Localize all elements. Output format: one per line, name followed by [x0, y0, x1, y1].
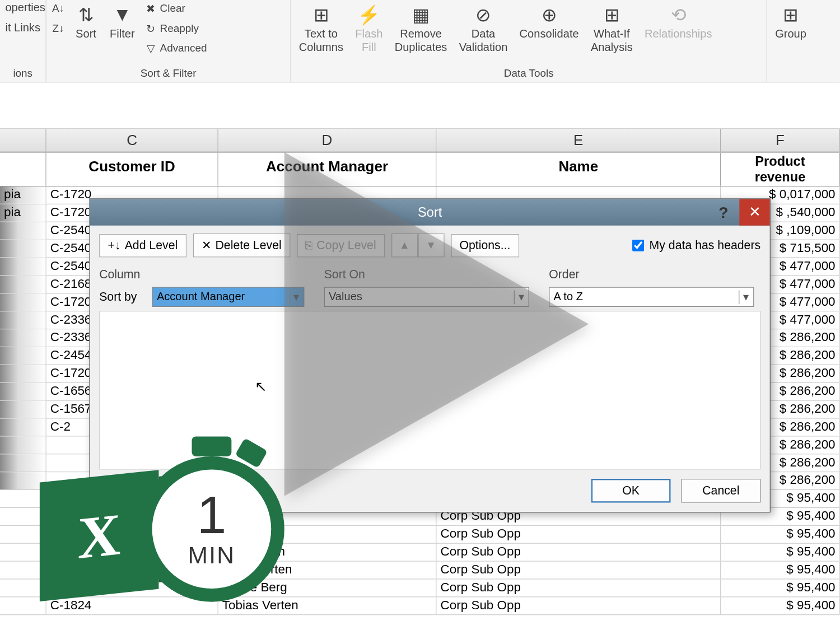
formula-bar[interactable] — [0, 83, 840, 129]
sort-on-select[interactable]: Values▾ — [324, 287, 529, 307]
clear-button[interactable]: ✖Clear — [144, 1, 207, 16]
copy-level-button[interactable]: ⎘Copy Level — [297, 234, 385, 256]
move-down-button[interactable]: ▼ — [418, 234, 444, 258]
dropdown-icon: ▾ — [289, 290, 300, 304]
clear-icon: ✖ — [144, 2, 157, 16]
properties-label: operties — [5, 1, 45, 15]
header-customer-id[interactable]: Customer ID — [46, 153, 218, 186]
flash-fill-button[interactable]: ⚡Flash Fill — [353, 1, 386, 55]
what-if-button[interactable]: ⊞What-If Analysis — [588, 1, 635, 55]
headers-checkbox[interactable] — [632, 240, 644, 251]
column-header-f[interactable]: F — [721, 129, 840, 151]
order-select[interactable]: A to Z▾ — [549, 287, 754, 307]
advanced-button[interactable]: ▽Advanced — [144, 41, 207, 55]
add-level-button[interactable]: +↓Add Level — [99, 234, 186, 256]
column-header-d[interactable]: D — [218, 129, 437, 151]
data-tools-group-label: Data Tools — [296, 66, 761, 81]
copy-icon: ⎘ — [305, 239, 312, 253]
data-validation-button[interactable]: ⊘Data Validation — [456, 1, 510, 55]
sort-by-field-select[interactable]: Account Manager▾ — [152, 287, 305, 307]
sort-button[interactable]: ⇅ Sort — [72, 1, 101, 42]
consolidate-icon: ⊕ — [537, 3, 561, 27]
dialog-title-bar[interactable]: Sort ? ✕ — [90, 199, 770, 225]
sort-az-button[interactable]: A↓ — [52, 1, 65, 16]
remove-duplicates-icon: ▦ — [409, 3, 433, 27]
text-to-columns-button[interactable]: ⊞Text to Columns — [296, 1, 346, 55]
ok-button[interactable]: OK — [591, 479, 671, 503]
close-button[interactable]: ✕ — [739, 199, 769, 225]
options-button[interactable]: Options... — [451, 234, 519, 256]
header-product-revenue[interactable]: Product revenue — [721, 153, 840, 186]
group-icon: ⊞ — [779, 3, 803, 27]
data-validation-icon: ⊘ — [472, 3, 496, 27]
help-button[interactable]: ? — [710, 199, 736, 225]
delete-icon: ✕ — [202, 238, 212, 253]
headers-checkbox-label[interactable]: My data has headers — [632, 239, 760, 253]
delete-level-button[interactable]: ✕Delete Level — [193, 234, 290, 258]
dialog-title: Sort — [418, 205, 442, 220]
group-button[interactable]: ⊞Group — [772, 1, 809, 42]
sort-az-icon: A↓ — [52, 2, 65, 16]
column-header-column: Column — [99, 265, 324, 284]
what-if-icon: ⊞ — [600, 3, 624, 27]
sort-za-button[interactable]: Z↓ — [52, 21, 65, 36]
column-header-sorton: Sort On — [324, 265, 549, 284]
consolidate-button[interactable]: ⊕Consolidate — [517, 1, 581, 42]
filter-icon: ▼ — [110, 3, 134, 27]
sort-filter-group-label: Sort & Filter — [52, 66, 285, 81]
sort-by-label: Sort by — [99, 290, 152, 304]
stopwatch-icon: 1 MIN — [132, 436, 304, 622]
column-header-e[interactable]: E — [436, 129, 721, 151]
connections-group-label: ions — [5, 66, 40, 81]
relationships-button[interactable]: ⟲Relationships — [642, 1, 715, 42]
reapply-icon: ↻ — [144, 22, 157, 35]
column-header-order: Order — [549, 265, 760, 284]
text-to-columns-icon: ⊞ — [309, 3, 333, 27]
move-up-button[interactable]: ▲ — [391, 234, 418, 258]
dropdown-icon: ▾ — [514, 290, 525, 304]
edit-links-label: it Links — [5, 21, 40, 35]
add-icon: +↓ — [108, 239, 121, 253]
close-icon: ✕ — [749, 204, 760, 221]
header-name[interactable]: Name — [436, 153, 721, 186]
sort-za-icon: Z↓ — [52, 22, 65, 35]
advanced-icon: ▽ — [144, 41, 157, 55]
column-header-c[interactable]: C — [46, 129, 218, 151]
down-icon: ▼ — [426, 240, 436, 251]
ribbon: operties it Links ions A↓ Z↓ ⇅ Sort ▼ Fi… — [0, 0, 840, 83]
reapply-button[interactable]: ↻Reapply — [144, 21, 207, 36]
sort-icon: ⇅ — [74, 3, 98, 27]
relationships-icon: ⟲ — [666, 3, 690, 27]
remove-duplicates-button[interactable]: ▦Remove Duplicates — [392, 1, 450, 55]
dropdown-icon: ▾ — [739, 290, 749, 304]
filter-button[interactable]: ▼ Filter — [107, 1, 137, 42]
flash-fill-icon: ⚡ — [357, 3, 381, 27]
up-icon: ▲ — [399, 240, 410, 251]
table-row[interactable]: C-1824Tobias VertenCorp Sub Opp$ 95,400 — [0, 597, 840, 615]
cancel-button[interactable]: Cancel — [681, 479, 760, 503]
header-account-manager[interactable]: Account Manager — [218, 153, 437, 186]
